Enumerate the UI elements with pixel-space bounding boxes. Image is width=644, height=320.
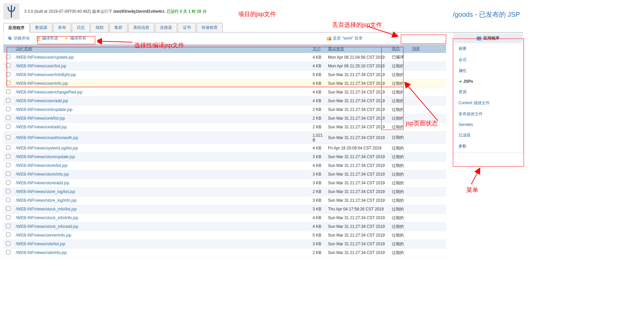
- row-checkbox[interactable]: [6, 98, 10, 103]
- row-checkbox[interactable]: [6, 172, 10, 176]
- cell-size: 3 KB: [310, 170, 325, 179]
- row-checkbox[interactable]: [6, 154, 10, 158]
- row-checkbox[interactable]: [6, 116, 10, 120]
- jsp-path-link[interactable]: /WEB-INF/views/user/info.jsp: [16, 81, 68, 86]
- row-checkbox[interactable]: [6, 189, 10, 193]
- jsp-path-link[interactable]: /WEB-INF/views/stock_info/list.jsp: [16, 207, 76, 211]
- cell-msg: [409, 144, 446, 152]
- table-header-msg[interactable]: 消息: [409, 45, 446, 53]
- table-header-status[interactable]: 状态: [389, 45, 409, 53]
- cell-status: 过期的: [389, 213, 409, 222]
- row-checkbox[interactable]: [6, 241, 10, 246]
- jsp-path-link[interactable]: /WEB-INF/views/systemLog/list.jsp: [16, 146, 78, 150]
- jsp-path-link[interactable]: /WEB-INF/views/store_log/list.jsp: [16, 189, 75, 194]
- tab-8[interactable]: 证书: [178, 23, 196, 32]
- jsp-path-link[interactable]: /WEB-INF/views/unit/list.jsp: [16, 116, 65, 121]
- cell-status: 过期的: [389, 161, 409, 170]
- cell-msg: [409, 97, 446, 105]
- table-row: /WEB-INF/views/role/list.jsp3 KBSun Mar …: [3, 240, 446, 248]
- row-checkbox[interactable]: [6, 145, 10, 150]
- tab-0[interactable]: 应用程序: [3, 23, 30, 33]
- row-checkbox[interactable]: [6, 224, 10, 228]
- toggle-all-link[interactable]: 切换所有: [5, 35, 33, 42]
- row-checkbox[interactable]: [6, 250, 10, 254]
- row-checkbox[interactable]: [6, 55, 10, 59]
- side-item-1[interactable]: 会话: [454, 54, 522, 65]
- cell-status: 过期的: [389, 170, 409, 179]
- jsp-path-link[interactable]: /WEB-INF/views/store/info.jsp: [16, 172, 69, 177]
- side-item-5[interactable]: Context 描述文件: [454, 98, 522, 109]
- jsp-path-link[interactable]: /WEB-INF/views/user/list.jsp: [16, 64, 66, 68]
- cell-size: 2 KB: [310, 114, 325, 123]
- cell-date: Sun Mar 31 21:27:34 CST 2019: [325, 105, 389, 114]
- row-checkbox[interactable]: [6, 163, 10, 167]
- compile-all-link[interactable]: 编译所有: [61, 35, 89, 42]
- row-checkbox[interactable]: [6, 180, 10, 185]
- row-checkbox[interactable]: [6, 198, 10, 202]
- side-item-8[interactable]: 过滤器: [454, 130, 522, 141]
- side-item-6[interactable]: 发布描述文件: [454, 109, 522, 120]
- jsp-path-link[interactable]: /WEB-INF/views/role/info.jsp: [16, 250, 67, 255]
- tab-4[interactable]: 线程: [91, 23, 109, 32]
- side-item-7[interactable]: Servlets: [454, 120, 522, 130]
- cell-msg: [409, 196, 446, 205]
- table-header-checkbox[interactable]: [3, 45, 13, 53]
- jsp-path-link[interactable]: /WEB-INF/views/server/info.jsp: [16, 233, 71, 238]
- row-checkbox[interactable]: [6, 81, 10, 85]
- jsp-path-link[interactable]: /WEB-INF/views/user/infoById.jsp: [16, 72, 76, 77]
- cell-size: 5 KB: [310, 70, 325, 79]
- side-item-3[interactable]: ➜JSPs: [454, 76, 522, 86]
- side-item-2[interactable]: 属性: [454, 65, 522, 76]
- jsp-table: JSP 名称 大小 最后更改 状态 消息 /WEB-INF/views/user…: [3, 45, 446, 257]
- jsp-path-link[interactable]: /WEB-INF/views/unit/add.jsp: [16, 125, 67, 129]
- tab-9[interactable]: 快速检查: [197, 23, 223, 32]
- table-header-modified[interactable]: 最后更改: [325, 45, 389, 53]
- cell-msg: [409, 231, 446, 240]
- tab-6[interactable]: 系统信息: [128, 23, 154, 32]
- jsp-path-link[interactable]: /WEB-INF/views/store/add.jsp: [16, 181, 69, 185]
- row-checkbox[interactable]: [6, 63, 10, 68]
- jsp-path-link[interactable]: /WEB-INF/views/unit/update.jsp: [16, 107, 72, 112]
- table-row: /WEB-INF/views/unit/add.jsp2 KBSun Mar 3…: [3, 123, 446, 131]
- discard-work-link[interactable]: 丢弃 "work" 目录: [324, 35, 365, 42]
- row-checkbox[interactable]: [6, 72, 10, 76]
- jsp-path-link[interactable]: /WEB-INF/views/unauth/unauth.jsp: [16, 135, 78, 140]
- table-header-size[interactable]: 大小: [310, 45, 325, 53]
- row-checkbox[interactable]: [6, 124, 10, 129]
- row-checkbox[interactable]: [6, 135, 10, 139]
- cell-date: Sun Mar 31 21:27:34 CST 2019: [325, 231, 389, 240]
- cell-date: Sun Mar 31 21:27:34 CST 2019: [325, 179, 389, 187]
- tab-2[interactable]: 发布: [53, 23, 71, 32]
- row-checkbox[interactable]: [6, 233, 10, 237]
- jsp-path-link[interactable]: /WEB-INF/views/user/changePwd.jsp: [16, 90, 83, 94]
- tab-7[interactable]: 连接器: [155, 23, 177, 32]
- jsp-path-link[interactable]: /WEB-INF/views/store_log/info.jsp: [16, 198, 76, 203]
- cell-date: Sun Mar 31 21:27:34 CST 2019: [325, 161, 389, 170]
- jsp-path-link[interactable]: /WEB-INF/views/role/list.jsp: [16, 242, 65, 246]
- table-header-name[interactable]: JSP 名称: [13, 45, 310, 53]
- tab-3[interactable]: 日志: [72, 23, 90, 32]
- jsp-path-link[interactable]: /WEB-INF/views/user/add.jsp: [16, 99, 68, 103]
- row-checkbox[interactable]: [6, 89, 10, 94]
- row-checkbox[interactable]: [6, 215, 10, 219]
- cell-msg: [409, 187, 446, 196]
- side-item-4[interactable]: 资源: [454, 86, 522, 98]
- jsp-path-link[interactable]: /WEB-INF/views/stock_info/add.jsp: [16, 224, 78, 229]
- cell-msg: [409, 213, 446, 222]
- tab-5[interactable]: 集群: [109, 23, 127, 32]
- jsp-path-link[interactable]: /WEB-INF/views/store/update.jsp: [16, 154, 75, 159]
- side-item-0[interactable]: 摘要: [454, 43, 522, 54]
- table-row: /WEB-INF/views/user/infoById.jsp5 KBSun …: [3, 70, 446, 79]
- compile-selected-link[interactable]: 编译所选: [33, 35, 61, 42]
- tab-1[interactable]: 数据源: [30, 23, 52, 32]
- row-checkbox[interactable]: [6, 107, 10, 111]
- jsp-path-link[interactable]: /WEB-INF/views/user/update.jsp: [16, 55, 74, 60]
- jsp-path-link[interactable]: /WEB-INF/views/store/list.jsp: [16, 163, 67, 168]
- cell-date: Sun Mar 31 21:27:34 CST 2019: [325, 240, 389, 248]
- cell-msg: [409, 240, 446, 248]
- jsp-path-link[interactable]: /WEB-INF/views/stock_info/info.jsp: [16, 215, 78, 220]
- row-checkbox[interactable]: [6, 206, 10, 211]
- cell-size: 3 KB: [310, 152, 325, 161]
- table-row: /WEB-INF/views/store_log/info.jsp3 KBSun…: [3, 196, 446, 205]
- side-item-9[interactable]: 参数: [454, 141, 522, 152]
